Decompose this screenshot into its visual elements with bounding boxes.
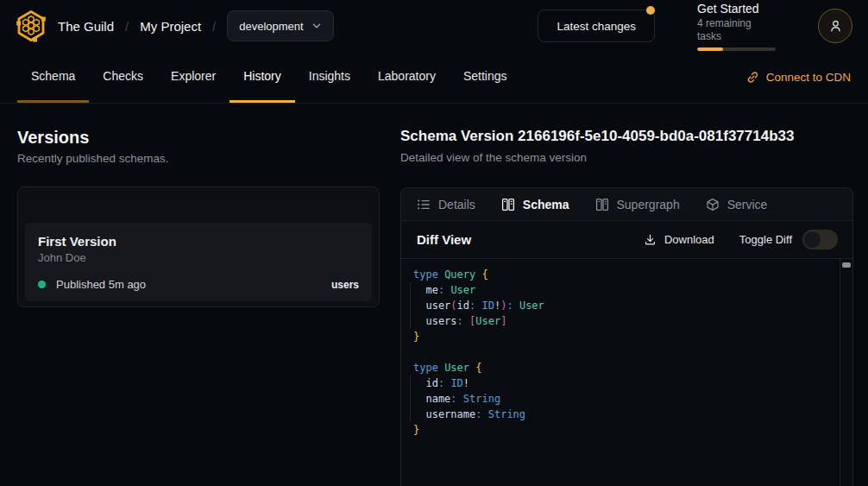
toggle-diff-switch[interactable] [802,230,838,249]
diff-view-title: Diff View [417,232,471,247]
diff-view-toolbar: Diff View Download Toggle Diff [401,221,852,259]
get-started-widget[interactable]: Get Started 4 remaining tasks [697,2,776,51]
version-status: Published 5m ago [56,278,146,291]
nav-tab-settings[interactable]: Settings [450,52,521,103]
code-line: user(id: ID!): User [413,298,835,313]
target-selector-value: development [239,20,303,33]
code-scrollbar-thumb[interactable] [842,262,851,268]
connect-to-cdn-label: Connect to CDN [766,71,851,84]
detail-tabs: DetailsSchemaSupergraphService [401,188,852,221]
nav-tab-schema[interactable]: Schema [17,52,89,103]
toggle-diff-knob [804,231,821,248]
detail-tab-label: Schema [523,198,569,211]
main-content: Versions Recently published schemas. Fir… [0,104,868,486]
versions-subtitle: Recently published schemas. [17,151,380,166]
latest-changes-label: Latest changes [557,20,636,33]
link-icon [746,71,759,84]
schema-code-editor[interactable]: type Query { me: User user(id: ID!): Use… [401,259,852,486]
download-label: Download [664,233,714,246]
code-line: } [413,422,835,438]
code-line [413,344,835,360]
breadcrumb: The Guild / My Project / development [58,10,334,41]
code-scrollbar [840,259,852,486]
detail-tab-label: Details [438,198,475,211]
get-started-progress-fill [697,47,723,51]
cube-icon [706,198,720,211]
user-icon [828,19,843,34]
notification-dot [646,6,655,15]
versions-title: Versions [17,127,380,148]
breadcrumb-org[interactable]: The Guild [58,19,114,34]
breadcrumb-project[interactable]: My Project [140,19,201,34]
columns-icon [595,198,609,211]
versions-card: First Version John Doe Published 5m ago … [17,186,380,307]
code-line: name: String [413,391,835,407]
nav-tab-history[interactable]: History [230,52,295,103]
version-author: John Doe [38,251,359,265]
detail-tab-details[interactable]: Details [417,198,475,211]
app-header: The Guild / My Project / development Lat… [0,0,868,52]
code-line: users: [User] [413,313,835,329]
schema-view-card: DetailsSchemaSupergraphService Diff View… [400,187,853,486]
download-button[interactable]: Download [644,233,714,246]
nav-tab-explorer[interactable]: Explorer [157,52,230,103]
indent-guide [410,376,411,421]
nav-tab-insights[interactable]: Insights [295,52,364,103]
target-selector[interactable]: development [227,10,333,41]
schema-code: type Query { me: User user(id: ID!): Use… [401,259,852,438]
toggle-diff-label: Toggle Diff [739,233,792,246]
latest-changes-button[interactable]: Latest changes [538,9,655,42]
main-nav: SchemaChecksExplorerHistoryInsightsLabor… [0,52,868,104]
avatar[interactable] [818,9,852,43]
nav-tab-checks[interactable]: Checks [89,52,157,103]
list-icon [417,198,431,211]
code-line: me: User [413,282,835,298]
detail-tab-label: Supergraph [617,198,680,211]
detail-tab-label: Service [727,198,768,211]
main-nav-tabs: SchemaChecksExplorerHistoryInsightsLabor… [17,52,521,103]
code-line: } [413,329,835,344]
chevron-down-icon [311,21,322,31]
version-detail-subtitle: Detailed view of the schema version [400,150,853,165]
version-name: First Version [38,233,359,249]
code-line: username: String [413,407,835,422]
get-started-progress [697,47,776,51]
version-item[interactable]: First Version John Doe Published 5m ago … [25,223,372,301]
version-status-row: Published 5m ago users [38,278,359,291]
get-started-title: Get Started [697,2,776,16]
version-service-badge: users [331,279,359,291]
columns-icon [501,198,515,211]
detail-tab-schema[interactable]: Schema [501,198,569,211]
versions-panel: Versions Recently published schemas. Fir… [17,127,380,486]
guild-hive-logo-icon[interactable] [14,9,48,43]
version-detail-panel: Schema Version 2166196f-5e10-4059-bd0a-0… [400,127,853,486]
get-started-subtitle: 4 remaining tasks [697,17,776,43]
detail-tab-supergraph[interactable]: Supergraph [595,198,680,211]
connect-to-cdn-link[interactable]: Connect to CDN [746,52,851,103]
code-line: type User { [413,360,835,376]
breadcrumb-separator: / [125,19,129,34]
code-line: id: ID! [413,376,835,391]
code-line: type Query { [413,267,835,282]
nav-tab-laboratory[interactable]: Laboratory [364,52,450,103]
detail-tab-service[interactable]: Service [706,198,768,211]
breadcrumb-separator: / [212,19,216,34]
download-icon [644,233,657,246]
version-detail-title: Schema Version 2166196f-5e10-4059-bd0a-0… [400,127,853,145]
published-status-dot [38,281,46,288]
indent-guide [410,282,411,328]
